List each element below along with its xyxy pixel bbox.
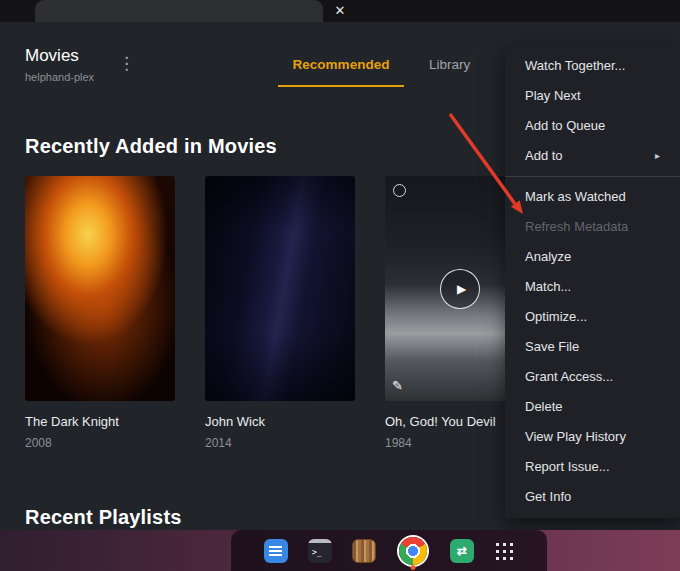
movie-card: The Dark Knight 2008: [25, 176, 175, 450]
submenu-arrow-icon: ▸: [655, 141, 660, 171]
menu-item-add-to[interactable]: Add to ▸: [505, 141, 680, 171]
movie-title[interactable]: John Wick: [205, 414, 355, 429]
menu-separator: [505, 176, 680, 177]
menu-item-analyze[interactable]: Analyze: [505, 242, 680, 272]
chrome-launcher[interactable]: [396, 530, 430, 571]
terminal-glyph: >_: [308, 539, 332, 557]
desktop-dock: >_ ⇄: [0, 530, 680, 571]
running-indicator-dot: [411, 565, 416, 570]
menu-item-add-to-queue[interactable]: Add to Queue: [505, 111, 680, 141]
context-menu: Watch Together... Play Next Add to Queue…: [505, 45, 680, 518]
menu-item-view-play-history[interactable]: View Play History: [505, 422, 680, 452]
menu-item-play-next[interactable]: Play Next: [505, 81, 680, 111]
menu-item-watch-together[interactable]: Watch Together...: [505, 51, 680, 81]
more-options-icon[interactable]: ⋮: [118, 53, 134, 74]
movie-year: 2014: [205, 436, 355, 450]
menu-item-grant-access[interactable]: Grant Access...: [505, 362, 680, 392]
software-updater-icon[interactable]: ⇄: [450, 539, 474, 563]
section-recent-playlists: Recent Playlists: [25, 506, 182, 529]
menu-item-optimize[interactable]: Optimize...: [505, 302, 680, 332]
movie-card: John Wick 2014: [205, 176, 355, 450]
menu-item-mark-as-watched[interactable]: Mark as Watched: [505, 182, 680, 212]
menu-item-refresh-metadata: Refresh Metadata: [505, 212, 680, 242]
terminal-icon[interactable]: >_: [308, 539, 332, 563]
chrome-icon: [399, 537, 427, 565]
movie-poster[interactable]: [25, 176, 175, 401]
menu-item-get-info[interactable]: Get Info: [505, 482, 680, 512]
browser-tab[interactable]: [35, 0, 323, 22]
tab-recommended[interactable]: Recommended: [278, 57, 404, 87]
select-circle-icon[interactable]: [393, 184, 406, 197]
text-editor-icon[interactable]: [264, 539, 288, 563]
edit-pencil-icon[interactable]: ✎: [392, 378, 403, 393]
dock-dash: >_ ⇄: [231, 530, 547, 571]
movie-poster[interactable]: [205, 176, 355, 401]
section-recently-added: Recently Added in Movies: [25, 135, 277, 158]
menu-item-match[interactable]: Match...: [505, 272, 680, 302]
documents-icon[interactable]: [352, 539, 376, 563]
play-button[interactable]: ▶: [440, 269, 480, 309]
menu-item-label: Add to: [525, 141, 563, 171]
movie-year: 2008: [25, 436, 175, 450]
movie-title[interactable]: The Dark Knight: [25, 414, 175, 429]
plex-window: ✕ Movies helphand-plex ⋮ Recommended Lib…: [0, 0, 680, 571]
server-name: helphand-plex: [25, 71, 94, 83]
menu-item-delete[interactable]: Delete: [505, 392, 680, 422]
browser-top-strip: ✕: [0, 0, 680, 22]
tab-library[interactable]: Library: [429, 57, 470, 72]
menu-item-save-file[interactable]: Save File: [505, 332, 680, 362]
page-title: Movies: [25, 46, 79, 66]
app-grid-icon[interactable]: [494, 541, 514, 561]
close-icon[interactable]: ✕: [331, 2, 349, 20]
menu-item-report-issue[interactable]: Report Issue...: [505, 452, 680, 482]
